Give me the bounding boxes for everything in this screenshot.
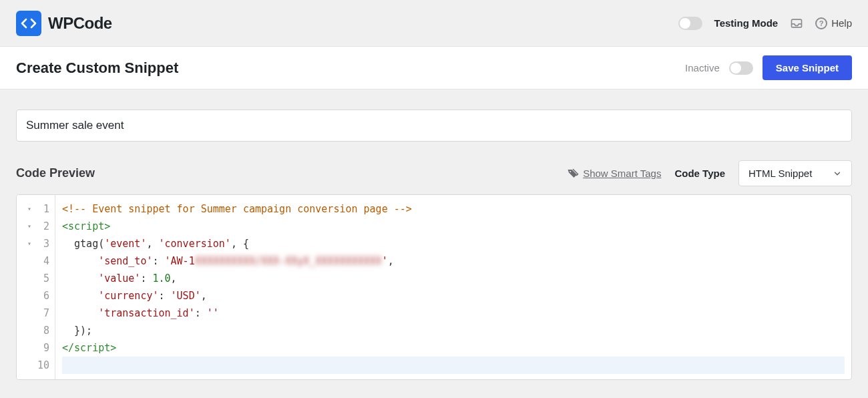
code-preview-toolbar: Code Preview Show Smart Tags Code Type H… (16, 160, 852, 186)
code-token: , (201, 290, 207, 302)
code-token: 'conversion' (159, 238, 231, 250)
svg-point-1 (570, 170, 571, 172)
code-token: 'send_to' (98, 255, 152, 267)
app-topbar: WPCode Testing Mode ? Help (0, 0, 868, 47)
chevron-down-icon (833, 169, 842, 178)
line-number: 8 (40, 322, 49, 339)
brand-name: WPCode (48, 14, 112, 33)
code-token (62, 307, 98, 319)
code-token: 'event' (104, 238, 146, 250)
code-token: 1.0 (152, 272, 170, 284)
code-preview-label: Code Preview (16, 166, 95, 180)
line-number: 6 (40, 287, 49, 305)
code-token: ' (382, 255, 388, 267)
code-token: : (159, 290, 171, 302)
code-token: , (146, 238, 158, 250)
code-editor[interactable]: ▾1 ▾2 ▾3 4 5 6 7 8 9 10 <!-- Event snipp… (16, 194, 852, 380)
code-token (62, 290, 98, 302)
code-token: , { (231, 238, 249, 250)
line-number: 7 (40, 305, 49, 322)
code-token: <!-- Event snippet for Summer campaign c… (62, 203, 412, 215)
code-token: 'transaction_id' (98, 307, 195, 319)
editor-gutter: ▾1 ▾2 ▾3 4 5 6 7 8 9 10 (17, 195, 55, 379)
code-token (62, 272, 98, 284)
code-token: 'currency' (98, 290, 158, 302)
code-slash-icon (21, 15, 37, 31)
code-token: </script> (62, 342, 116, 354)
code-type-value: HTML Snippet (748, 168, 812, 179)
save-snippet-button[interactable]: Save Snippet (763, 55, 852, 80)
page-title: Create Custom Snippet (16, 59, 178, 77)
code-token: , (388, 255, 394, 267)
code-token: : (152, 255, 164, 267)
line-number: 10 (37, 357, 49, 374)
code-token: 'AW-1 (165, 255, 195, 267)
code-preview-controls: Show Smart Tags Code Type HTML Snippet (567, 160, 852, 186)
snippet-title-input[interactable] (16, 110, 852, 142)
show-smart-tags-link[interactable]: Show Smart Tags (567, 168, 661, 180)
active-toggle[interactable] (729, 61, 753, 75)
code-type-label: Code Type (674, 168, 725, 179)
code-token: }); (62, 325, 92, 337)
smart-tags-label: Show Smart Tags (583, 168, 661, 179)
help-link[interactable]: ? Help (815, 17, 852, 29)
redacted-text: XXXXXXXXXX/XXX-XXyX_XXXXXXXXXXX (195, 255, 382, 267)
inbox-icon (790, 17, 803, 30)
code-token: : (140, 272, 152, 284)
testing-mode-toggle[interactable] (678, 17, 702, 30)
code-type-select[interactable]: HTML Snippet (738, 160, 852, 186)
tags-icon (567, 168, 579, 180)
line-number: 2 (40, 218, 49, 235)
code-token (62, 255, 98, 267)
code-token: , (171, 272, 177, 284)
line-number: 1 (40, 200, 49, 218)
brand-logo: WPCode (16, 11, 112, 36)
code-token: 'USD' (171, 290, 201, 302)
notifications-button[interactable] (790, 17, 803, 30)
code-token: <script> (62, 220, 110, 232)
line-number: 3 (40, 235, 49, 252)
topbar-actions: Testing Mode ? Help (678, 17, 852, 30)
content-area: Code Preview Show Smart Tags Code Type H… (0, 89, 868, 380)
help-label: Help (831, 17, 852, 29)
code-token: gtag( (62, 238, 104, 250)
status-label: Inactive (685, 62, 720, 73)
page-header: Create Custom Snippet Inactive Save Snip… (0, 47, 868, 89)
code-token: 'value' (98, 272, 140, 284)
testing-mode-label: Testing Mode (714, 17, 779, 29)
line-number: 9 (40, 339, 49, 357)
help-icon: ? (815, 17, 827, 29)
line-number: 5 (40, 270, 49, 287)
current-line (62, 357, 845, 374)
header-actions: Inactive Save Snippet (685, 55, 852, 80)
code-area[interactable]: <!-- Event snippet for Summer campaign c… (55, 195, 851, 379)
code-token: : (195, 307, 207, 319)
code-token: '' (207, 307, 219, 319)
line-number: 4 (40, 252, 49, 270)
brand-logo-badge (16, 11, 41, 36)
